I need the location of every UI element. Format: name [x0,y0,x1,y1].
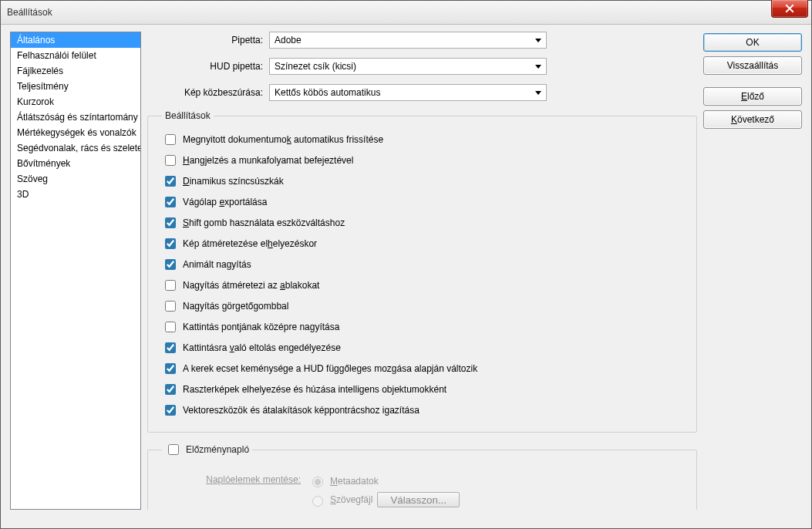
picker-label: Pipetta: [147,35,263,45]
option-checkbox[interactable] [165,280,176,291]
option-checkbox-row[interactable]: Nagyítás görgetőgombbal [162,298,682,314]
hud-picker-dropdown[interactable]: Színezet csík (kicsi) [269,58,547,75]
option-label: Vágólap exportálása [183,197,267,207]
option-checkbox-row[interactable]: Dinamikus színcsúszkák [162,174,682,189]
option-checkbox[interactable] [165,363,176,374]
sidebar-item[interactable]: Bővítmények [11,156,140,171]
category-sidebar[interactable]: ÁltalánosFelhasználói felületFájlkezelés… [10,32,141,510]
window-title: Beállítások [7,7,52,18]
option-checkbox-row[interactable]: Nagyítás átméretezi az ablakokat [162,278,682,293]
sidebar-item[interactable]: Segédvonalak, rács és szeletek [11,140,140,156]
option-checkbox-row[interactable]: Raszterképek elhelyezése és húzása intel… [162,382,682,397]
chevron-down-icon [535,91,541,95]
history-radio[interactable] [312,477,323,487]
option-label: Nagyítás átméretezi az ablakokat [183,280,319,291]
option-label: A kerek ecset keménysége a HUD függőlege… [183,363,477,374]
option-checkbox-row[interactable]: Vektoreszközök és átalakítások képpontrá… [162,403,682,418]
sidebar-item[interactable]: Általános [11,32,140,48]
option-label: Raszterképek elhelyezése és húzása intel… [183,384,446,395]
sidebar-item[interactable]: Fájlkezelés [11,63,140,79]
chevron-down-icon [535,65,541,69]
interp-label: Kép közbeszúrása: [147,87,263,98]
option-label: Kattintásra való eltolás engedélyezése [183,342,341,353]
reset-button[interactable]: Visszaállítás [703,56,802,75]
sidebar-item[interactable]: Teljesítmény [11,79,140,94]
option-checkbox[interactable] [165,405,176,416]
options-legend: Beállítások [162,110,214,121]
titlebar: Beállítások [1,1,811,25]
sidebar-item[interactable]: 3D [11,187,140,202]
option-label: Nagyítás görgetőgombbal [183,301,288,312]
option-checkbox[interactable] [165,238,176,249]
close-icon [785,4,794,13]
option-label: Kattintás pontjának középre nagyítása [183,322,339,332]
option-checkbox-row[interactable]: Animált nagyítás [162,257,682,272]
dialog-buttons: OK Visszaállítás Előző Következő [703,33,802,510]
picker-dropdown[interactable]: Adobe [269,32,547,49]
sidebar-item[interactable]: Szöveg [11,171,140,187]
option-checkbox[interactable] [165,217,176,228]
option-label: Hangjelzés a munkafolyamat befejeztével [183,155,353,166]
option-label: Animált nagyítás [183,259,251,270]
option-checkbox-row[interactable]: Kép átméretezése elhelyezéskor [162,236,682,251]
chevron-down-icon [535,39,541,42]
hud-picker-label: HUD pipetta: [147,61,263,72]
option-checkbox[interactable] [165,197,176,207]
option-checkbox-row[interactable]: Kattintásra való eltolás engedélyezése [162,340,682,355]
option-checkbox[interactable] [165,259,176,270]
sidebar-item[interactable]: Mértékegységek és vonalzók [11,125,140,140]
next-button[interactable]: Következő [703,110,802,129]
history-choose-button[interactable]: Válasszon... [377,492,460,507]
history-fieldset: Előzménynapló Naplóelemek mentése: Metaa… [147,442,697,510]
history-radio[interactable] [312,496,323,507]
history-radio-row: SzövegfájlVálasszon... [308,492,460,507]
option-label: Dinamikus színcsúszkák [183,176,284,187]
option-checkbox[interactable] [165,342,176,353]
sidebar-item[interactable]: Átlátszóság és színtartomány [11,110,140,125]
option-label: Vektoreszközök és átalakítások képpontrá… [183,405,419,416]
close-button[interactable] [771,0,808,18]
option-checkbox[interactable] [165,322,176,332]
option-checkbox-row[interactable]: Vágólap exportálása [162,194,682,210]
main-panel: Pipetta: Adobe HUD pipetta: Színezet csí… [147,32,697,510]
history-save-label: Naplóelemek mentése: [162,474,301,485]
option-checkbox[interactable] [165,176,176,187]
sidebar-item[interactable]: Felhasználói felület [11,48,140,63]
option-label: Kép átméretezése elhelyezéskor [183,238,317,249]
option-checkbox-row[interactable]: Shift gomb használata eszközváltáshoz [162,215,682,231]
history-legend: Előzménynapló [162,442,252,457]
option-checkbox[interactable] [165,134,176,145]
interp-dropdown[interactable]: Kettős köbös automatikus [269,84,547,101]
option-checkbox-row[interactable]: Megnyitott dokumentumok automatikus fris… [162,132,682,147]
sidebar-item[interactable]: Kurzorok [11,94,140,110]
prev-button[interactable]: Előző [703,87,802,106]
option-label: Megnyitott dokumentumok automatikus fris… [183,134,383,145]
option-checkbox-row[interactable]: Kattintás pontjának középre nagyítása [162,319,682,335]
option-checkbox[interactable] [165,384,176,395]
options-fieldset: Beállítások Megnyitott dokumentumok auto… [147,110,697,433]
option-checkbox[interactable] [165,301,176,312]
option-checkbox-row[interactable]: A kerek ecset keménysége a HUD függőlege… [162,361,682,376]
option-checkbox-row[interactable]: Hangjelzés a munkafolyamat befejeztével [162,153,682,168]
option-label: Shift gomb használata eszközváltáshoz [183,217,345,228]
option-checkbox[interactable] [165,155,176,166]
history-enable-checkbox[interactable] [168,444,179,455]
preferences-window: Beállítások ÁltalánosFelhasználói felüle… [0,0,812,529]
history-radio-row: Metaadatok [308,474,460,487]
ok-button[interactable]: OK [703,33,802,52]
